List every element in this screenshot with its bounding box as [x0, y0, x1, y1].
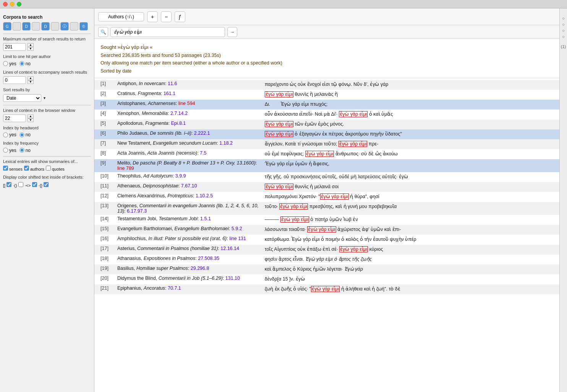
bracket-curly-label[interactable]: ·{} — [39, 182, 49, 188]
index-frequency-field: Index by frequency yes no — [3, 140, 91, 153]
table-row: [18] Athanasius, Expositiones in Psalmos… — [94, 255, 559, 265]
result-link[interactable]: line 789 — [117, 166, 134, 171]
result-text: τῆς γῆς. οὐ προσκυνήσεις αὐτοῖς, οὐδέ μὴ… — [265, 173, 553, 181]
authors-button[interactable]: Authors (↑/↓) — [98, 12, 144, 21]
index-headword-yes-label[interactable]: yes — [3, 132, 16, 137]
bracket-paren-label[interactable]: ·() — [13, 182, 23, 188]
result-text: Δι. Ἐγὼ γάρ εἰμι πτωχός; — [265, 101, 553, 108]
corpus-icon-2[interactable]: · — [13, 22, 21, 31]
minimize-button[interactable] — [10, 2, 15, 6]
result-link[interactable]: 1.10.2.5 — [196, 193, 213, 198]
right-icon-1[interactable]: ○ — [562, 16, 565, 21]
corpus-icon-7[interactable]: ⓘ — [60, 22, 69, 31]
bracket-curly-checkbox[interactable] — [44, 182, 49, 187]
result-link[interactable]: 2.7.14.2 — [170, 111, 188, 116]
sort-select[interactable]: Date Author Title Relevance — [3, 94, 41, 102]
lex-senses-checkbox[interactable] — [3, 166, 8, 171]
result-link[interactable]: 5.9.2 — [232, 226, 242, 231]
lex-authors-label[interactable]: authors — [24, 166, 44, 171]
limit-yes-label[interactable]: yes — [3, 61, 16, 66]
result-link[interactable]: line 131 — [229, 236, 246, 241]
result-link[interactable]: 7.5 — [200, 150, 206, 156]
index-headword-no-radio[interactable] — [19, 132, 24, 137]
context-lines-up[interactable]: ▲ — [28, 76, 34, 80]
results-list: [1] Antiphon, In novercam: 11.6 παρείχον… — [94, 78, 559, 392]
result-link[interactable]: 2.222.1 — [194, 131, 210, 136]
index-headword-label: Index by headword — [3, 125, 91, 131]
result-link[interactable]: 1.18.2 — [219, 140, 233, 146]
corpus-icon-6[interactable]: · — [51, 22, 59, 31]
corpus-icon-5[interactable]: D — [41, 22, 50, 31]
func-button[interactable]: ƒ — [175, 11, 185, 22]
bracket-square-label[interactable]: [] — [3, 182, 11, 188]
result-link[interactable]: 6.17.97.3 — [127, 208, 147, 214]
result-link[interactable]: Epi.8.1 — [171, 121, 186, 126]
result-text: ζωὴ ἐκ ζωῆς ὁ υἱός· "ἐγὼ γάρ εἰμι ἡ ἀλήθ… — [265, 286, 553, 293]
filter-text: Only allowing one match per item searche… — [100, 60, 553, 67]
lex-senses-label[interactable]: senses — [3, 166, 23, 171]
max-results-up[interactable]: ▲ — [28, 43, 34, 47]
index-frequency-no-radio[interactable] — [19, 148, 24, 153]
maximize-button[interactable] — [17, 2, 21, 6]
max-results-input[interactable] — [3, 43, 26, 51]
corpus-icon-8[interactable]: · — [70, 22, 78, 31]
right-icon-3[interactable]: ○ — [562, 28, 565, 33]
titlebar — [0, 0, 567, 8]
index-frequency-label: Index by frequency — [3, 140, 91, 146]
limit-no-label[interactable]: no — [19, 61, 31, 66]
index-headword-no-label[interactable]: no — [19, 132, 31, 137]
browser-context-down[interactable]: ▼ — [28, 118, 34, 122]
remove-author-button[interactable]: − — [161, 11, 172, 22]
lex-quotes-label[interactable]: quotes — [46, 166, 65, 171]
corpus-icon-4[interactable]: · — [32, 22, 40, 31]
max-results-down[interactable]: ▼ — [28, 47, 34, 51]
bracket-paren-checkbox[interactable] — [18, 182, 23, 187]
right-icon-2[interactable]: ○ — [562, 22, 565, 27]
corpus-icon-1[interactable]: G — [3, 22, 11, 31]
browser-context-input[interactable] — [3, 115, 26, 122]
result-ref: Evangelium Bartholomaei, Evangelium Bart… — [117, 226, 262, 231]
index-frequency-no-label[interactable]: no — [19, 148, 31, 153]
result-link[interactable]: 70.7.1 — [168, 286, 181, 291]
search-icon-button[interactable]: 🔍 — [98, 27, 108, 37]
lex-authors-checkbox[interactable] — [24, 166, 29, 171]
right-icon-4[interactable]: ○ — [562, 34, 565, 39]
lexical-field: Lexical entries will show summaries of..… — [3, 159, 91, 171]
result-link[interactable]: 3.9.9 — [175, 173, 186, 179]
result-num: [2] — [100, 91, 114, 96]
limit-yes-radio[interactable] — [3, 61, 8, 66]
browser-context-up[interactable]: ▲ — [28, 115, 34, 118]
result-link[interactable]: 11.6 — [168, 81, 177, 86]
result-num: [8] — [100, 150, 114, 156]
close-button[interactable] — [3, 2, 8, 6]
index-frequency-yes-radio[interactable] — [3, 148, 8, 153]
sort-by-label: Sort results by — [3, 87, 91, 93]
index-frequency-yes-label[interactable]: yes — [3, 148, 16, 153]
table-row: [6] Philo Judaeus, De somniis (lib. i–ii… — [94, 129, 559, 139]
search-input[interactable] — [110, 27, 225, 37]
browser-context-label: Lines of context in the browser window — [3, 108, 91, 113]
index-headword-yes-radio[interactable] — [3, 132, 8, 137]
limit-no-radio[interactable] — [19, 61, 24, 66]
sorted-text: Sorted by date — [100, 68, 553, 75]
result-ref: Cratinus, Fragmenta: 161.1 — [117, 91, 262, 96]
context-lines-input[interactable] — [3, 76, 26, 84]
corpus-icon-9[interactable]: © — [79, 22, 88, 31]
result-link[interactable]: 27.508.35 — [198, 256, 219, 261]
result-link[interactable]: 131.10 — [225, 276, 240, 281]
search-go-button[interactable]: → — [227, 27, 237, 37]
add-author-button[interactable]: + — [147, 11, 158, 22]
result-link[interactable]: line 594 — [178, 101, 195, 106]
result-link[interactable]: 7.67.10 — [181, 183, 197, 189]
context-lines-down[interactable]: ▼ — [28, 80, 34, 84]
bracket-angle-checkbox[interactable] — [32, 182, 37, 187]
result-link[interactable]: 1.5.1 — [200, 216, 211, 221]
bracket-angle-label[interactable]: ·<> — [25, 182, 37, 188]
result-link[interactable]: 161.1 — [164, 91, 175, 96]
corpus-icon-3[interactable]: D — [22, 22, 31, 31]
bracket-square-checkbox[interactable] — [6, 182, 11, 187]
result-link[interactable]: 29.296.8 — [191, 266, 209, 271]
result-link[interactable]: 12.16.14 — [220, 246, 239, 251]
result-text: ἐγὼ γάρ εἰμι θυννὶς ἡ μελαινά σοι — [265, 183, 553, 190]
lex-quotes-checkbox[interactable] — [46, 166, 51, 171]
